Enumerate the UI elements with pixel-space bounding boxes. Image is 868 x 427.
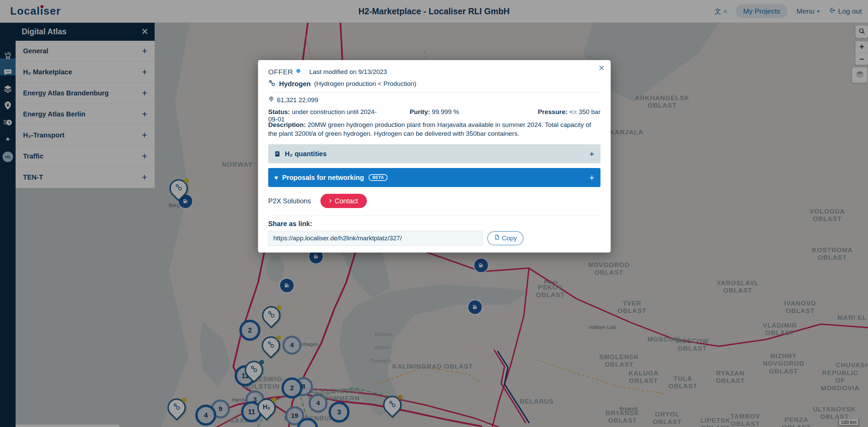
status-field: Status: under construction until 2024-09…: [268, 108, 379, 116]
company-name: P2X Solutions: [268, 197, 311, 205]
quantities-icon: [274, 151, 281, 157]
share-link-label: Share as link:: [268, 220, 600, 228]
contact-button[interactable]: › Contact: [320, 194, 367, 208]
offer-status-dot: [296, 69, 300, 73]
modal-close-icon[interactable]: ×: [598, 63, 605, 73]
expand-plus-icon: +: [589, 172, 594, 183]
molecule-icon: [268, 79, 276, 89]
pressure-field: Pressure: <= 350 bar: [490, 108, 600, 116]
copy-icon: [494, 235, 499, 242]
h2-quantities-accordion[interactable]: H₂ quantities +: [268, 144, 600, 163]
coordinates-value: 61,321 22,099: [277, 96, 318, 104]
location-pin-icon: [268, 96, 274, 105]
expand-plus-icon: +: [589, 149, 594, 159]
chevron-right-icon: ›: [329, 196, 332, 205]
contact-label: Contact: [335, 197, 358, 205]
copy-label: Copy: [502, 235, 517, 242]
last-modified-text: Last modified on 9/13/2023: [309, 68, 387, 76]
accordion-label: Proposals for networking: [282, 174, 364, 182]
divider: [268, 92, 600, 93]
purity-field: Purity: 99.999 %: [379, 108, 490, 116]
beta-badge: BETA: [369, 174, 388, 181]
description-block: Description: 20MW green hydrogen product…: [268, 120, 600, 138]
product-category: (Hydrogen production < Production): [314, 80, 416, 88]
divider: [268, 216, 600, 216]
heart-icon: ♥: [274, 174, 278, 181]
networking-accordion[interactable]: ♥ Proposals for networking BETA +: [268, 168, 600, 187]
copy-button[interactable]: Copy: [487, 231, 524, 245]
product-name: Hydrogen: [279, 80, 311, 88]
share-link-input[interactable]: [268, 231, 482, 246]
accordion-label: H₂ quantities: [285, 150, 327, 158]
offer-type-label: OFFER: [268, 68, 293, 76]
offer-modal: × OFFER Last modified on 9/13/2023 Hydro…: [258, 60, 611, 253]
